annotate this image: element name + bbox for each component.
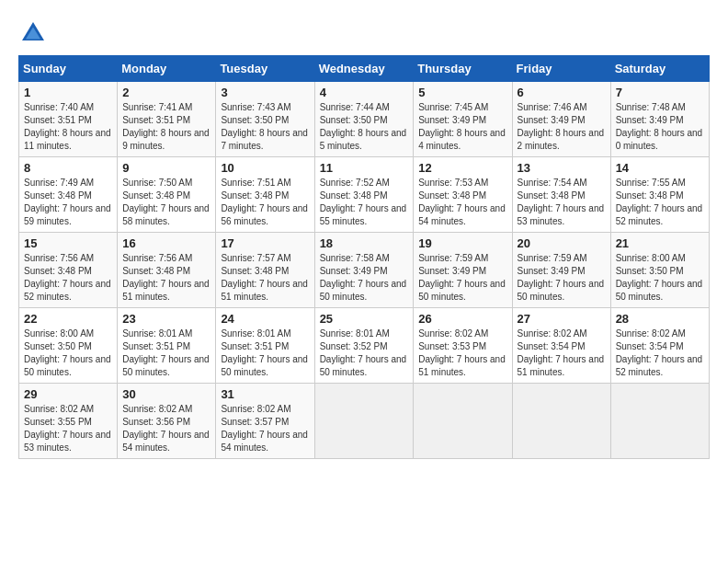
calendar-cell: 3Sunrise: 7:43 AMSunset: 3:50 PMDaylight… [216, 82, 314, 157]
day-number: 23 [122, 312, 210, 326]
header-day-tuesday: Tuesday [216, 56, 314, 82]
day-number: 5 [418, 86, 506, 99]
calendar-cell: 20Sunrise: 7:59 AMSunset: 3:49 PMDayligh… [512, 233, 610, 308]
calendar-cell [314, 384, 414, 459]
day-number: 18 [320, 236, 409, 250]
day-number: 31 [221, 387, 309, 401]
day-info: Sunrise: 7:52 AMSunset: 3:48 PMDaylight:… [320, 177, 409, 228]
day-number: 14 [616, 161, 704, 175]
calendar-cell: 8Sunrise: 7:49 AMSunset: 3:48 PMDaylight… [19, 157, 118, 233]
day-number: 9 [122, 161, 210, 175]
calendar-cell: 15Sunrise: 7:56 AMSunset: 3:48 PMDayligh… [19, 233, 118, 308]
calendar-cell: 27Sunrise: 8:02 AMSunset: 3:54 PMDayligh… [512, 308, 610, 384]
calendar-cell: 24Sunrise: 8:01 AMSunset: 3:51 PMDayligh… [216, 308, 314, 384]
calendar-cell: 13Sunrise: 7:54 AMSunset: 3:48 PMDayligh… [512, 157, 610, 233]
calendar-cell: 16Sunrise: 7:56 AMSunset: 3:48 PMDayligh… [118, 233, 216, 308]
day-number: 1 [24, 86, 112, 99]
day-number: 10 [221, 161, 309, 175]
header-day-thursday: Thursday [414, 56, 512, 82]
day-info: Sunrise: 7:59 AMSunset: 3:49 PMDaylight:… [518, 252, 606, 304]
day-number: 11 [320, 161, 409, 175]
day-info: Sunrise: 7:43 AMSunset: 3:50 PMDaylight:… [221, 101, 309, 153]
header-day-saturday: Saturday [610, 56, 709, 82]
day-info: Sunrise: 7:55 AMSunset: 3:48 PMDaylight:… [616, 177, 704, 228]
day-info: Sunrise: 7:53 AMSunset: 3:48 PMDaylight:… [418, 177, 506, 228]
calendar-week-row: 8Sunrise: 7:49 AMSunset: 3:48 PMDaylight… [19, 157, 710, 233]
day-number: 30 [122, 387, 210, 401]
calendar-cell: 7Sunrise: 7:48 AMSunset: 3:49 PMDaylight… [610, 82, 709, 157]
day-info: Sunrise: 7:56 AMSunset: 3:48 PMDaylight:… [24, 252, 112, 304]
day-info: Sunrise: 7:40 AMSunset: 3:51 PMDaylight:… [24, 101, 112, 153]
calendar-cell: 9Sunrise: 7:50 AMSunset: 3:48 PMDaylight… [118, 157, 216, 233]
day-info: Sunrise: 8:02 AMSunset: 3:54 PMDaylight:… [616, 327, 704, 379]
day-number: 29 [24, 387, 112, 401]
day-number: 6 [518, 86, 606, 99]
day-number: 26 [418, 312, 506, 326]
day-info: Sunrise: 7:46 AMSunset: 3:49 PMDaylight:… [518, 101, 606, 153]
day-info: Sunrise: 8:01 AMSunset: 3:51 PMDaylight:… [122, 327, 210, 379]
day-number: 12 [418, 161, 506, 175]
calendar-cell: 18Sunrise: 7:58 AMSunset: 3:49 PMDayligh… [314, 233, 414, 308]
day-number: 27 [518, 312, 606, 326]
calendar-cell: 11Sunrise: 7:52 AMSunset: 3:48 PMDayligh… [314, 157, 414, 233]
calendar-header-row: SundayMondayTuesdayWednesdayThursdayFrid… [19, 56, 710, 82]
header-day-monday: Monday [118, 56, 216, 82]
day-info: Sunrise: 8:00 AMSunset: 3:50 PMDaylight:… [24, 327, 112, 379]
day-info: Sunrise: 8:01 AMSunset: 3:51 PMDaylight:… [221, 327, 309, 379]
day-info: Sunrise: 7:51 AMSunset: 3:48 PMDaylight:… [221, 177, 309, 228]
day-info: Sunrise: 7:50 AMSunset: 3:48 PMDaylight:… [122, 177, 210, 228]
logo [18, 18, 51, 48]
calendar-cell: 4Sunrise: 7:44 AMSunset: 3:50 PMDaylight… [314, 82, 414, 157]
day-info: Sunrise: 8:01 AMSunset: 3:52 PMDaylight:… [320, 327, 409, 379]
day-number: 4 [320, 86, 409, 99]
calendar-cell: 28Sunrise: 8:02 AMSunset: 3:54 PMDayligh… [610, 308, 709, 384]
day-number: 25 [320, 312, 409, 326]
day-info: Sunrise: 8:02 AMSunset: 3:53 PMDaylight:… [418, 327, 506, 379]
calendar-cell: 30Sunrise: 8:02 AMSunset: 3:56 PMDayligh… [118, 384, 216, 459]
calendar-cell: 21Sunrise: 8:00 AMSunset: 3:50 PMDayligh… [610, 233, 709, 308]
calendar-cell [610, 384, 709, 459]
header-day-friday: Friday [512, 56, 610, 82]
day-number: 3 [221, 86, 309, 99]
day-number: 13 [518, 161, 606, 175]
day-info: Sunrise: 8:02 AMSunset: 3:54 PMDaylight:… [518, 327, 606, 379]
calendar-cell: 23Sunrise: 8:01 AMSunset: 3:51 PMDayligh… [118, 308, 216, 384]
day-number: 22 [24, 312, 112, 326]
day-info: Sunrise: 8:02 AMSunset: 3:57 PMDaylight:… [221, 403, 309, 454]
day-info: Sunrise: 7:54 AMSunset: 3:48 PMDaylight:… [518, 177, 606, 228]
day-info: Sunrise: 8:02 AMSunset: 3:56 PMDaylight:… [122, 403, 210, 454]
calendar-cell: 5Sunrise: 7:45 AMSunset: 3:49 PMDaylight… [414, 82, 512, 157]
day-number: 19 [418, 236, 506, 250]
calendar-cell [512, 384, 610, 459]
header-day-sunday: Sunday [19, 56, 118, 82]
day-info: Sunrise: 7:41 AMSunset: 3:51 PMDaylight:… [122, 101, 210, 153]
calendar-week-row: 29Sunrise: 8:02 AMSunset: 3:55 PMDayligh… [19, 384, 710, 459]
day-info: Sunrise: 7:57 AMSunset: 3:48 PMDaylight:… [221, 252, 309, 304]
calendar-cell: 31Sunrise: 8:02 AMSunset: 3:57 PMDayligh… [216, 384, 314, 459]
day-info: Sunrise: 7:56 AMSunset: 3:48 PMDaylight:… [122, 252, 210, 304]
day-number: 20 [518, 236, 606, 250]
calendar-cell: 12Sunrise: 7:53 AMSunset: 3:48 PMDayligh… [414, 157, 512, 233]
day-number: 2 [122, 86, 210, 99]
calendar-cell: 19Sunrise: 7:59 AMSunset: 3:49 PMDayligh… [414, 233, 512, 308]
day-number: 21 [616, 236, 704, 250]
day-info: Sunrise: 7:59 AMSunset: 3:49 PMDaylight:… [418, 252, 506, 304]
calendar-cell: 1Sunrise: 7:40 AMSunset: 3:51 PMDaylight… [19, 82, 118, 157]
day-info: Sunrise: 7:49 AMSunset: 3:48 PMDaylight:… [24, 177, 112, 228]
day-info: Sunrise: 7:45 AMSunset: 3:49 PMDaylight:… [418, 101, 506, 153]
calendar-cell: 17Sunrise: 7:57 AMSunset: 3:48 PMDayligh… [216, 233, 314, 308]
logo-icon [18, 18, 48, 48]
day-number: 28 [616, 312, 704, 326]
calendar-cell: 6Sunrise: 7:46 AMSunset: 3:49 PMDaylight… [512, 82, 610, 157]
page-header [18, 18, 710, 48]
day-info: Sunrise: 7:48 AMSunset: 3:49 PMDaylight:… [616, 101, 704, 153]
calendar-cell: 2Sunrise: 7:41 AMSunset: 3:51 PMDaylight… [118, 82, 216, 157]
calendar-cell [414, 384, 512, 459]
day-number: 17 [221, 236, 309, 250]
calendar-cell: 10Sunrise: 7:51 AMSunset: 3:48 PMDayligh… [216, 157, 314, 233]
calendar-week-row: 22Sunrise: 8:00 AMSunset: 3:50 PMDayligh… [19, 308, 710, 384]
calendar-cell: 22Sunrise: 8:00 AMSunset: 3:50 PMDayligh… [19, 308, 118, 384]
calendar-cell: 25Sunrise: 8:01 AMSunset: 3:52 PMDayligh… [314, 308, 414, 384]
day-number: 8 [24, 161, 112, 175]
day-info: Sunrise: 7:44 AMSunset: 3:50 PMDaylight:… [320, 101, 409, 153]
